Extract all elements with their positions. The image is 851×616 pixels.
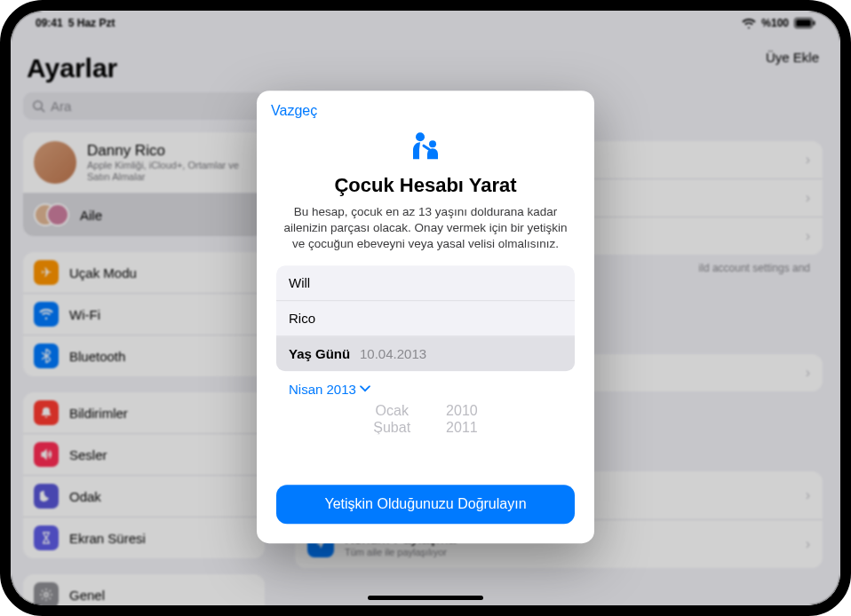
birthday-label: Yaş Günü <box>289 346 351 361</box>
wheel-year: 2010 <box>446 402 478 419</box>
month-year-picker[interactable]: Nisan 2013 <box>276 371 575 400</box>
first-name-value: Will <box>289 275 310 290</box>
modal-description: Bu hesap, çocuk en az 13 yaşını dolduran… <box>276 204 575 265</box>
birthday-field[interactable]: Yaş Günü 10.04.2013 <box>276 336 575 371</box>
chevron-down-icon <box>360 385 370 392</box>
wheel-month: Ocak <box>376 402 409 419</box>
modal-title: Çocuk Hesabı Yarat <box>276 174 575 197</box>
family-icon <box>406 128 445 167</box>
home-indicator[interactable] <box>368 596 483 600</box>
wheel-year: 2011 <box>446 419 478 434</box>
last-name-value: Rico <box>289 311 315 326</box>
birthday-value: 10.04.2013 <box>360 346 426 361</box>
cancel-button[interactable]: Vazgeç <box>271 103 317 118</box>
svg-point-10 <box>416 132 425 141</box>
last-name-field[interactable]: Rico <box>276 301 575 336</box>
verify-adult-button[interactable]: Yetişkin Olduğunuzu Doğrulayın <box>276 485 575 524</box>
create-child-account-modal: Vazgeç Çocuk Hesabı Yarat Bu hesap, çocu… <box>257 91 594 543</box>
month-picker-label: Nisan 2013 <box>289 382 356 397</box>
child-form: Will Rico Yaş Günü 10.04.2013 <box>276 265 575 371</box>
svg-point-11 <box>429 140 436 147</box>
wheel-month: Şubat <box>373 419 410 434</box>
first-name-field[interactable]: Will <box>276 265 575 301</box>
date-wheel[interactable]: Ocak Şubat 2010 2011 <box>276 402 575 434</box>
device-frame: 09:41 5 Haz Pzt %100 Ayarlar <box>0 0 851 616</box>
screen: 09:41 5 Haz Pzt %100 Ayarlar <box>11 11 840 605</box>
